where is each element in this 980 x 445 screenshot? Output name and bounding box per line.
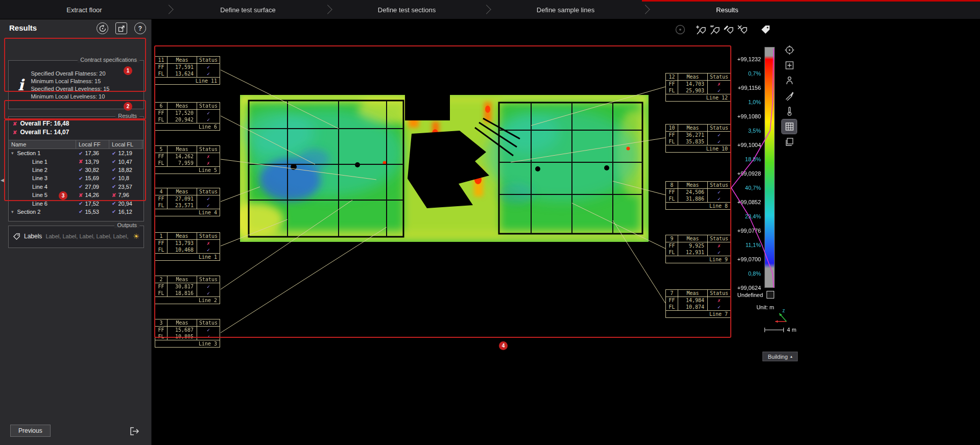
fl-status: ✓ bbox=[197, 70, 220, 77]
pass-check-icon: ✓ bbox=[207, 334, 210, 339]
measurement-label[interactable]: 6MeasStatusFF17,520✓FL20,942✓Line 6 bbox=[155, 102, 220, 131]
nav-step-define-sample-lines[interactable]: Define sample lines bbox=[486, 0, 645, 19]
label-line-name: Line 5 bbox=[155, 166, 220, 174]
pass-check-icon: ✔ bbox=[79, 184, 83, 189]
view-toolbar bbox=[782, 43, 797, 149]
elevation-colorbar[interactable] bbox=[764, 47, 775, 288]
row-name: Line 1 bbox=[9, 159, 76, 165]
label-brightness-button[interactable]: ☀ bbox=[133, 232, 139, 240]
scale-bar: 4 m bbox=[764, 327, 796, 333]
building-label: Building bbox=[768, 354, 787, 360]
thermometer-tool-button[interactable] bbox=[782, 104, 797, 118]
nav-step-results[interactable]: Results bbox=[645, 0, 809, 19]
row-local-ff: ✔17,36 bbox=[76, 150, 109, 156]
open-report-button[interactable] bbox=[115, 22, 127, 34]
table-row[interactable]: ▾Section 2✔15,53✔16,12 bbox=[9, 208, 144, 216]
active-step-indicator bbox=[642, 0, 980, 2]
layers-button[interactable] bbox=[782, 135, 797, 149]
caret-up-icon: ▴ bbox=[791, 354, 793, 359]
label-status-header: Status bbox=[197, 146, 220, 153]
measurement-label[interactable]: 1MeasStatusFF13,793✗FL10,468✓Line 1 bbox=[155, 232, 220, 261]
export-window-icon bbox=[118, 25, 125, 32]
label-number: 12 bbox=[666, 73, 678, 81]
table-row[interactable]: Line 3✔15,69✔10,8 bbox=[9, 174, 144, 182]
labels-value: Label, Label, Label, Label, Label, Lab bbox=[45, 233, 129, 239]
building-selector[interactable]: Building ▴ bbox=[762, 352, 798, 361]
label-status-header: Status bbox=[197, 319, 220, 327]
tags-visibility-button[interactable] bbox=[758, 23, 772, 37]
add-label-button[interactable] bbox=[694, 23, 708, 37]
table-row[interactable]: ▾Section 1✔17,36✔12,19 bbox=[9, 149, 144, 157]
outputs-group: Outputs Labels Label, Label, Label, Labe… bbox=[8, 226, 144, 248]
fail-x-icon: ✘ bbox=[112, 192, 116, 198]
fl-status: ✓ bbox=[197, 333, 220, 340]
orbit-icon bbox=[784, 45, 795, 55]
table-row[interactable]: Line 1✘13,79✔10,47 bbox=[9, 157, 144, 165]
help-button[interactable]: ? bbox=[134, 22, 146, 34]
reset-view-button[interactable] bbox=[97, 22, 108, 34]
pass-check-icon: ✔ bbox=[112, 167, 116, 172]
label-number: 11 bbox=[155, 57, 168, 64]
measurement-label[interactable]: 4MeasStatusFF27,091✓FL23,571✓Line 4 bbox=[155, 188, 220, 216]
export-results-button[interactable] bbox=[127, 425, 143, 438]
orbit-view-button[interactable] bbox=[782, 43, 797, 57]
overall-ff-value: Overall FF: 16,48 bbox=[20, 120, 69, 127]
legend-percent: 11,1% bbox=[717, 238, 761, 252]
table-row[interactable]: Line 2✔30,82✔18,82 bbox=[9, 166, 144, 174]
compass-tool-button[interactable] bbox=[673, 23, 687, 37]
fl-status: ✗ bbox=[197, 160, 220, 166]
nav-step-define-test-surface[interactable]: Define test surface bbox=[169, 0, 327, 19]
table-row[interactable]: Line 5✘14,26✘7,96 bbox=[9, 191, 144, 199]
nav-step-extract-floor[interactable]: Extract floor bbox=[0, 0, 169, 19]
floor-grid-view-button[interactable] bbox=[782, 119, 797, 134]
label-number: 5 bbox=[155, 146, 168, 153]
ff-value: 17,520 bbox=[168, 110, 197, 116]
measurement-label[interactable]: 5MeasStatusFF14,262✗FL7,959✗Line 5 bbox=[155, 145, 220, 174]
edit-labels-button[interactable] bbox=[722, 23, 735, 37]
contract-line: Specified Overall Flatness: 20 bbox=[31, 70, 109, 77]
ff-key: FF bbox=[155, 283, 168, 290]
row-local-ff: ✔27,09 bbox=[76, 184, 109, 190]
row-name: Line 4 bbox=[9, 184, 76, 190]
label-number: 4 bbox=[155, 188, 168, 195]
annotation-badge-4: 4 bbox=[499, 341, 508, 350]
measurement-label[interactable]: 11MeasStatusFF17,591✓FL13,624✓Line 11 bbox=[155, 56, 220, 85]
fl-value: 31,886 bbox=[678, 195, 708, 202]
nav-step-define-test-sections[interactable]: Define test sections bbox=[327, 0, 486, 19]
paint-tool-button[interactable] bbox=[782, 89, 797, 103]
expander-icon[interactable]: ▾ bbox=[11, 209, 14, 214]
table-row[interactable]: Line 6✔17,52✔20,94 bbox=[9, 199, 144, 207]
label-line-name: Line 6 bbox=[155, 123, 220, 130]
person-view-button[interactable] bbox=[782, 73, 797, 88]
fl-key: FL bbox=[155, 290, 168, 296]
previous-button[interactable]: Previous bbox=[10, 425, 51, 437]
results-panel: Results ? Contract specifications i Spec… bbox=[0, 19, 152, 445]
ff-value: 14,703 bbox=[678, 81, 708, 87]
fl-status: ✓ bbox=[197, 290, 220, 296]
pass-check-icon: ✔ bbox=[79, 209, 83, 214]
measurement-label[interactable]: 3MeasStatusFF15,687✓FL10,805✓Line 3 bbox=[155, 319, 220, 348]
label-line-name: Line 3 bbox=[155, 340, 220, 347]
measure-label-button[interactable] bbox=[708, 23, 722, 37]
legend-percent: 3,5% bbox=[717, 123, 761, 138]
nav-step-label: Extract floor bbox=[66, 6, 102, 14]
undefined-label: Undefined bbox=[737, 292, 763, 298]
measurement-label[interactable]: 2MeasStatusFF30,817✓FL18,816✓Line 2 bbox=[155, 276, 220, 304]
legend-percent: 23,4% bbox=[717, 209, 761, 224]
ff-status: ✓ bbox=[197, 64, 220, 70]
clear-labels-button[interactable] bbox=[735, 23, 749, 37]
layers-icon bbox=[784, 137, 795, 147]
collapse-panel-button[interactable]: ◀ bbox=[1, 178, 4, 183]
fl-value: 10,874 bbox=[678, 304, 708, 310]
ff-key: FF bbox=[666, 242, 678, 249]
compass-icon bbox=[675, 24, 686, 35]
labels-toggle[interactable]: Labels bbox=[24, 233, 42, 240]
pass-check-icon: ✔ bbox=[79, 167, 83, 172]
expander-icon[interactable]: ▾ bbox=[11, 151, 14, 156]
label-number: 7 bbox=[666, 290, 678, 297]
table-row[interactable]: Line 4✔27,09✔23,57 bbox=[9, 183, 144, 191]
pass-check-icon: ✓ bbox=[207, 117, 210, 122]
ff-value: 27,091 bbox=[168, 195, 197, 202]
undefined-checkbox[interactable] bbox=[767, 291, 774, 299]
fit-view-button[interactable] bbox=[782, 58, 797, 72]
